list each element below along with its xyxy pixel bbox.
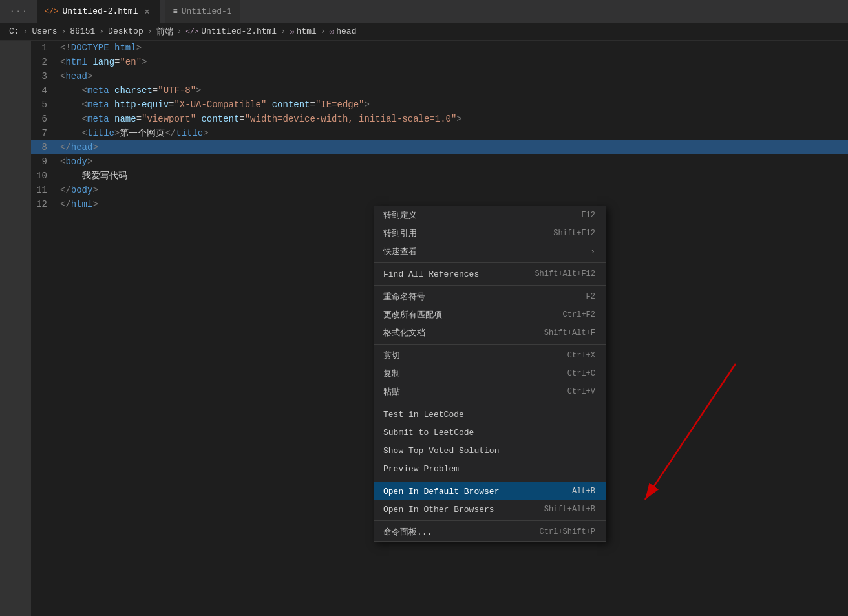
line-number-7: 7 [31, 126, 60, 140]
menu-format-doc[interactable]: 格式化文档 Shift+Alt+F [374, 324, 606, 342]
code-line-3: 3 <head> [31, 69, 848, 83]
menu-cmd-palette-shortcut: Ctrl+Shift+P [540, 527, 595, 536]
line-content-10: 我爱写代码 [60, 169, 848, 183]
tab-untitled1[interactable]: ≡ Untitled-1 [165, 0, 239, 23]
title-bar-menu[interactable]: ··· [5, 3, 32, 20]
html-breadcrumb-icon: </> [186, 28, 198, 36]
line-content-6: <meta name="viewport" content="width=dev… [60, 112, 848, 126]
menu-cut-label: 剪切 [383, 350, 557, 361]
breadcrumb-html[interactable]: html [297, 27, 317, 36]
breadcrumb-users[interactable]: Users [32, 27, 57, 36]
breadcrumb-86151[interactable]: 86151 [70, 27, 95, 36]
code-editor[interactable]: 1 <!DOCTYPE html> 2 <html lang="en"> 3 <… [31, 41, 848, 616]
file-icon: ≡ [173, 7, 177, 16]
line-number-8: 8 [31, 140, 60, 154]
code-line-2: 2 <html lang="en"> [31, 55, 848, 69]
menu-rename[interactable]: 重命名符号 F2 [374, 288, 606, 306]
code-line-7: 7 <title>第一个网页</title> [31, 126, 848, 140]
menu-copy[interactable]: 复制 Ctrl+C [374, 365, 606, 383]
menu-sep-2 [374, 285, 606, 286]
code-line-8: 8 </head> [31, 140, 848, 154]
menu-find-all-refs-shortcut: Shift+Alt+F12 [535, 270, 595, 279]
menu-open-other-label: Open In Other Browsers [383, 505, 534, 515]
menu-preview-prob-label: Preview Problem [383, 464, 585, 474]
tab-label-untitled1: Untitled-1 [182, 6, 232, 16]
code-line-4: 4 <meta charset="UTF-8"> [31, 83, 848, 98]
line-number-1: 1 [31, 41, 60, 55]
line-number-5: 5 [31, 98, 60, 112]
line-number-12: 12 [31, 197, 60, 211]
menu-cut[interactable]: 剪切 Ctrl+X [374, 346, 606, 365]
menu-find-all-refs[interactable]: Find All References Shift+Alt+F12 [374, 265, 606, 283]
line-content-1: <!DOCTYPE html> [60, 41, 848, 55]
breadcrumb-desktop[interactable]: Desktop [108, 27, 143, 36]
menu-quick-look-label: 快速查看 [383, 246, 585, 257]
line-number-10: 10 [31, 169, 60, 183]
menu-paste-label: 粘贴 [383, 386, 557, 398]
breadcrumb-file[interactable]: Untitled-2.html [201, 27, 277, 36]
menu-goto-def-label: 转到定义 [383, 209, 571, 221]
menu-copy-shortcut: Ctrl+C [567, 369, 595, 378]
code-line-9: 9 <body> [31, 154, 848, 169]
line-number-9: 9 [31, 154, 60, 169]
breadcrumb-c[interactable]: C: [9, 27, 19, 36]
menu-open-other[interactable]: Open In Other Browsers Shift+Alt+B [374, 500, 606, 518]
line-content-5: <meta http-equiv="X-UA-Compatible" conte… [60, 98, 848, 112]
menu-format-doc-label: 格式化文档 [383, 327, 534, 339]
code-line-10: 10 我爱写代码 [31, 169, 848, 183]
menu-find-all-refs-label: Find All References [383, 270, 524, 279]
menu-paste[interactable]: 粘贴 Ctrl+V [374, 383, 606, 401]
menu-test-leet[interactable]: Test in LeetCode [374, 405, 606, 423]
menu-goto-def-shortcut: F12 [581, 211, 595, 220]
menu-sep-4 [374, 403, 606, 403]
menu-submit-leet[interactable]: Submit to LeetCode [374, 423, 606, 441]
menu-change-all-label: 更改所有匹配项 [383, 309, 553, 321]
menu-preview-prob[interactable]: Preview Problem [374, 460, 606, 478]
line-number-6: 6 [31, 112, 60, 126]
menu-copy-label: 复制 [383, 368, 557, 379]
line-content-4: <meta charset="UTF-8"> [60, 83, 848, 98]
menu-sep-1 [374, 262, 606, 263]
menu-goto-def[interactable]: 转到定义 F12 [374, 206, 606, 224]
line-content-7: <title>第一个网页</title> [60, 126, 848, 140]
menu-top-voted[interactable]: Show Top Voted Solution [374, 441, 606, 460]
menu-cmd-palette[interactable]: 命令面板... Ctrl+Shift+P [374, 523, 606, 541]
menu-cut-shortcut: Ctrl+X [567, 351, 595, 360]
menu-rename-label: 重命名符号 [383, 291, 576, 303]
line-content-8: </head> [60, 140, 848, 154]
code-line-1: 1 <!DOCTYPE html> [31, 41, 848, 55]
menu-goto-ref-shortcut: Shift+F12 [553, 229, 595, 238]
breadcrumb: C: › Users › 86151 › Desktop › 前端 › </> … [0, 23, 848, 41]
line-number-2: 2 [31, 55, 60, 69]
code-line-11: 11 </body> [31, 183, 848, 197]
svg-line-1 [645, 364, 736, 500]
menu-sep-6 [374, 520, 606, 521]
tab-label-untitled2: Untitled-2.html [62, 6, 138, 16]
line-content-2: <html lang="en"> [60, 55, 848, 69]
editor-area: 1 <!DOCTYPE html> 2 <html lang="en"> 3 <… [0, 41, 848, 616]
menu-sep-3 [374, 344, 606, 345]
activity-bar [0, 41, 31, 616]
breadcrumb-frontend[interactable]: 前端 [156, 26, 173, 37]
menu-submit-leet-label: Submit to LeetCode [383, 428, 585, 438]
menu-open-other-shortcut: Shift+Alt+B [544, 505, 595, 514]
menu-rename-shortcut: F2 [586, 292, 595, 301]
code-line-5: 5 <meta http-equiv="X-UA-Compatible" con… [31, 98, 848, 112]
menu-format-doc-shortcut: Shift+Alt+F [544, 328, 595, 337]
menu-test-leet-label: Test in LeetCode [383, 410, 585, 420]
menu-open-default[interactable]: Open In Default Browser Alt+B [374, 482, 606, 500]
menu-change-all-shortcut: Ctrl+F2 [563, 310, 595, 319]
tab-untitled2-html[interactable]: </> Untitled-2.html ✕ [37, 0, 160, 23]
menu-paste-shortcut: Ctrl+V [567, 387, 595, 396]
menu-sep-5 [374, 480, 606, 480]
line-content-9: <body> [60, 154, 848, 169]
menu-open-default-label: Open In Default Browser [383, 487, 562, 496]
title-bar: ··· </> Untitled-2.html ✕ ≡ Untitled-1 [0, 0, 848, 23]
tab-close-button[interactable]: ✕ [142, 6, 152, 17]
menu-goto-ref[interactable]: 转到引用 Shift+F12 [374, 224, 606, 242]
line-number-11: 11 [31, 183, 60, 197]
menu-open-default-shortcut: Alt+B [572, 487, 595, 496]
breadcrumb-head[interactable]: head [336, 27, 356, 36]
menu-quick-look[interactable]: 快速查看 › [374, 242, 606, 260]
menu-change-all[interactable]: 更改所有匹配项 Ctrl+F2 [374, 306, 606, 324]
